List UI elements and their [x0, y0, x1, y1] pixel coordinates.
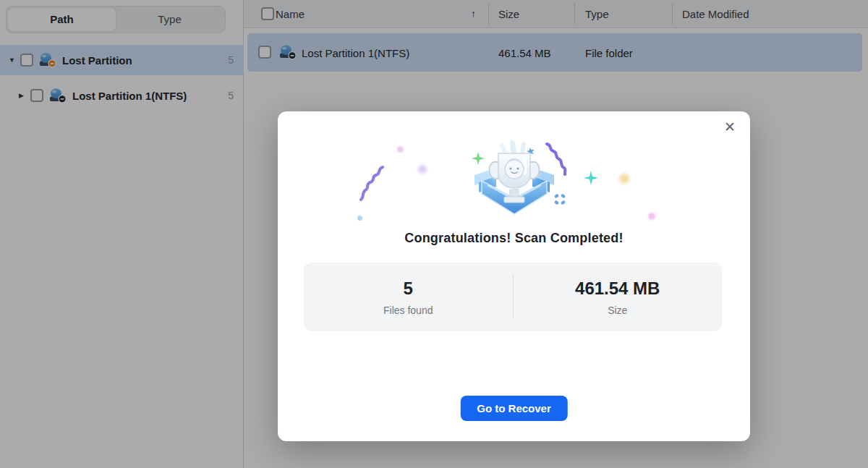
celebration-graphic: ★: [278, 111, 750, 233]
confetti-dot-icon: [397, 146, 404, 153]
sparkle-teal-icon: [584, 171, 598, 185]
trophy-shield-badge-icon: [467, 139, 561, 224]
go-to-recover-button[interactable]: Go to Recover: [460, 396, 568, 421]
files-found-label: Files found: [383, 305, 433, 316]
scan-completed-dialog: ✕ ★: [278, 111, 750, 441]
size-label: Size: [608, 305, 627, 316]
confetti-dot-icon: [418, 165, 427, 174]
dialog-title: Congratulations! Scan Completed!: [278, 231, 750, 246]
size-stat: 461.54 MB Size: [514, 263, 723, 331]
size-value: 461.54 MB: [575, 278, 660, 299]
confetti-streamer-icon: [359, 165, 386, 203]
confetti-dot-icon: [648, 213, 655, 220]
confetti-dot-icon: [619, 174, 629, 184]
scan-summary-panel: 5 Files found 461.54 MB Size: [304, 263, 722, 331]
confetti-dot-icon: [357, 216, 362, 221]
files-found-value: 5: [404, 278, 413, 299]
files-found-stat: 5 Files found: [304, 263, 513, 331]
